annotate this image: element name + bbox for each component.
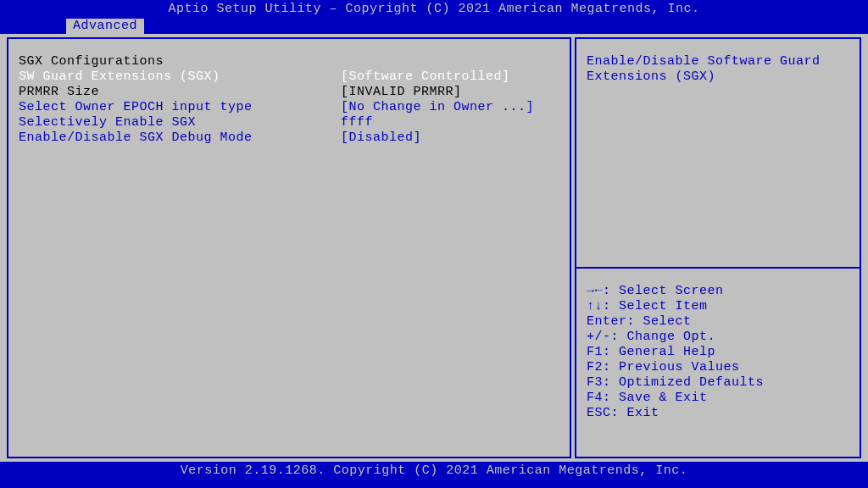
setting-value: ffff [341, 115, 373, 130]
footer-bar: Version 2.19.1268. Copyright (C) 2021 Am… [0, 462, 868, 480]
setting-value: [No Change in Owner ...] [341, 100, 534, 115]
main-area: SGX Configurations SW Guard Extensions (… [0, 34, 868, 462]
help-key-text: : General Help [603, 345, 715, 359]
setting-value: [INVALID PRMRR] [341, 85, 462, 100]
help-key-f4: F4: Save & Exit [587, 391, 849, 406]
help-key-enter: Enter: Select [587, 314, 849, 330]
help-key-glyph: ESC [587, 406, 611, 420]
help-key-text: : Change Opt. [611, 330, 716, 344]
section-title: SGX Configurations [19, 54, 341, 69]
footer-text: Version 2.19.1268. Copyright (C) 2021 Am… [181, 463, 688, 478]
settings-panel: SGX Configurations SW Guard Extensions (… [7, 37, 571, 458]
setting-value: [Disabled] [341, 130, 421, 146]
help-line: Extensions (SGX) [587, 69, 849, 85]
help-key-select-item: ↑↓: Select Item [587, 299, 849, 314]
help-key-select-screen: →←: Select Screen [587, 284, 849, 299]
help-key-esc: ESC: Exit [587, 406, 849, 421]
setting-label: Select Owner EPOCH input type [19, 100, 341, 115]
section-title-row: SGX Configurations [19, 54, 559, 69]
help-line: Enable/Disable Software Guard [587, 54, 849, 69]
help-panel: Enable/Disable Software Guard Extensions… [575, 37, 861, 458]
setting-label: Enable/Disable SGX Debug Mode [19, 130, 341, 146]
help-key-f3: F3: Optimized Defaults [587, 375, 849, 391]
help-keys-padding [587, 269, 849, 284]
tab-advanced[interactable]: Advanced [66, 19, 144, 34]
setting-row-sgx[interactable]: SW Guard Extensions (SGX) [Software Cont… [19, 69, 559, 85]
help-key-text: : Exit [611, 406, 659, 420]
help-key-f1: F1: General Help [587, 345, 849, 360]
title-text: Aptio Setup Utility – Copyright (C) 2021… [168, 2, 699, 16]
setting-row-prmrr: PRMRR Size [INVALID PRMRR] [19, 85, 559, 100]
title-bar: Aptio Setup Utility – Copyright (C) 2021… [0, 0, 868, 19]
setting-label: Selectively Enable SGX [19, 115, 341, 130]
setting-label: PRMRR Size [19, 85, 341, 100]
help-key-text: : Previous Values [603, 360, 740, 374]
arrows-left-right-icon: →← [587, 284, 603, 299]
help-key-glyph: F2 [587, 360, 603, 374]
setting-label: SW Guard Extensions (SGX) [19, 69, 341, 85]
help-keys: →←: Select Screen ↑↓: Select Item Enter:… [587, 269, 849, 446]
help-key-f2: F2: Previous Values [587, 360, 849, 375]
arrows-up-down-icon: ↑↓ [587, 299, 603, 314]
help-key-glyph: Enter [587, 314, 627, 329]
help-key-text: : Select Item [603, 299, 708, 313]
help-key-glyph: F4 [587, 391, 603, 405]
setting-value: [Software Controlled] [341, 69, 510, 85]
tab-row: Advanced [0, 19, 868, 34]
help-key-text: : Save & Exit [603, 391, 708, 405]
setting-row-epoch[interactable]: Select Owner EPOCH input type [No Change… [19, 100, 559, 115]
help-key-glyph: +/- [587, 330, 611, 344]
help-description: Enable/Disable Software Guard Extensions… [587, 54, 849, 85]
help-key-change: +/-: Change Opt. [587, 330, 849, 345]
setting-row-debug[interactable]: Enable/Disable SGX Debug Mode [Disabled] [19, 130, 559, 146]
help-key-text: : Select [627, 314, 692, 329]
help-key-text: : Optimized Defaults [603, 375, 764, 390]
help-spacer [587, 85, 849, 267]
setting-row-selective[interactable]: Selectively Enable SGX ffff [19, 115, 559, 130]
help-key-glyph: F1 [587, 345, 603, 359]
help-key-glyph: F3 [587, 375, 603, 390]
help-key-text: : Select Screen [603, 284, 724, 298]
